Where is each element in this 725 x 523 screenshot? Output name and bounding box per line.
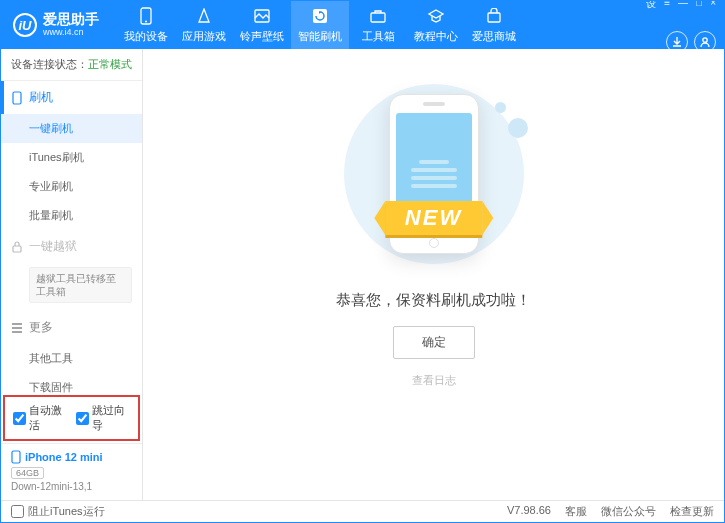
device-detail: Down-12mini-13,1: [11, 481, 132, 492]
main-nav: 我的设备 应用游戏 铃声壁纸 智能刷机 工具箱 教程中心 爱思商城: [117, 1, 646, 49]
new-ribbon: NEW: [385, 201, 482, 235]
ok-button[interactable]: 确定: [393, 326, 475, 359]
footer-bar: 阻止iTunes运行 V7.98.66 客服 微信公众号 检查更新: [1, 500, 724, 522]
toolbox-icon: [369, 7, 387, 25]
title-bar: iU 爱思助手 www.i4.cn 我的设备 应用游戏 铃声壁纸 智能刷机 工具…: [1, 1, 724, 49]
nav-label: 工具箱: [362, 29, 395, 44]
svg-point-6: [703, 38, 707, 42]
sidebar-group-flash[interactable]: 刷机: [1, 81, 142, 114]
menu-icon: [11, 323, 23, 333]
nav-label: 铃声壁纸: [240, 29, 284, 44]
brand-logo: iU 爱思助手 www.i4.cn: [13, 12, 99, 37]
svg-rect-7: [13, 92, 21, 104]
sidebar-group-jailbreak: 一键越狱: [1, 230, 142, 263]
device-status: 设备连接状态：正常模式: [1, 49, 142, 81]
svg-point-1: [145, 20, 147, 22]
brand-url: www.i4.cn: [43, 28, 99, 38]
svg-rect-4: [371, 13, 385, 22]
wechat-link[interactable]: 微信公众号: [601, 504, 656, 519]
device-info[interactable]: iPhone 12 mini 64GB Down-12mini-13,1: [1, 443, 142, 500]
customer-service-link[interactable]: 客服: [565, 504, 587, 519]
sidebar-download-firmware[interactable]: 下载固件: [1, 373, 142, 393]
view-log-link[interactable]: 查看日志: [412, 373, 456, 388]
nav-toolbox[interactable]: 工具箱: [349, 1, 407, 49]
logo-icon: iU: [13, 13, 37, 37]
lock-icon: [11, 241, 23, 253]
sidebar-oneclick-flash[interactable]: 一键刷机: [1, 114, 142, 143]
success-illustration: NEW: [324, 79, 544, 269]
sidebar: 设备连接状态：正常模式 刷机 一键刷机 iTunes刷机 专业刷机 批量刷机 一…: [1, 49, 143, 500]
main-content: NEW 恭喜您，保资料刷机成功啦！ 确定 查看日志: [143, 49, 724, 500]
status-value: 正常模式: [88, 58, 132, 70]
nav-tutorials[interactable]: 教程中心: [407, 1, 465, 49]
sidebar-itunes-flash[interactable]: iTunes刷机: [1, 143, 142, 172]
phone-icon: [11, 91, 23, 105]
graduation-icon: [427, 7, 445, 25]
sidebar-group-more[interactable]: 更多: [1, 311, 142, 344]
close-button[interactable]: ×: [710, 0, 716, 11]
device-storage: 64GB: [11, 467, 44, 479]
settings-button[interactable]: 设: [646, 0, 656, 11]
nav-label: 爱思商城: [472, 29, 516, 44]
sidebar-batch-flash[interactable]: 批量刷机: [1, 201, 142, 230]
sidebar-other-tools[interactable]: 其他工具: [1, 344, 142, 373]
phone-icon: [11, 450, 21, 464]
nav-label: 应用游戏: [182, 29, 226, 44]
svg-rect-9: [12, 451, 20, 463]
success-message: 恭喜您，保资料刷机成功啦！: [336, 291, 531, 310]
nav-store[interactable]: 爱思商城: [465, 1, 523, 49]
refresh-icon: [311, 7, 329, 25]
version-text: V7.98.66: [507, 504, 551, 519]
jailbreak-note: 越狱工具已转移至工具箱: [29, 267, 132, 303]
nav-ringtones[interactable]: 铃声壁纸: [233, 1, 291, 49]
minimize-button[interactable]: —: [678, 0, 688, 11]
nav-label: 智能刷机: [298, 29, 342, 44]
maximize-button[interactable]: □: [696, 0, 702, 11]
check-update-link[interactable]: 检查更新: [670, 504, 714, 519]
brand-name: 爱思助手: [43, 12, 99, 27]
nav-apps[interactable]: 应用游戏: [175, 1, 233, 49]
skip-guide-checkbox[interactable]: 跳过向导: [76, 403, 131, 433]
svg-rect-5: [488, 13, 500, 22]
block-itunes-checkbox[interactable]: 阻止iTunes运行: [11, 504, 105, 519]
wallpaper-icon: [253, 7, 271, 25]
nav-label: 我的设备: [124, 29, 168, 44]
store-icon: [485, 7, 503, 25]
auto-activate-checkbox[interactable]: 自动激活: [13, 403, 68, 433]
device-name-text: iPhone 12 mini: [25, 451, 103, 463]
nav-label: 教程中心: [414, 29, 458, 44]
svg-rect-8: [13, 246, 21, 252]
svg-rect-3: [313, 9, 327, 23]
nav-flash[interactable]: 智能刷机: [291, 1, 349, 49]
menu-button[interactable]: ≡: [664, 0, 670, 11]
nav-my-device[interactable]: 我的设备: [117, 1, 175, 49]
options-highlight-box: 自动激活 跳过向导: [3, 395, 140, 441]
apps-icon: [195, 7, 213, 25]
sidebar-pro-flash[interactable]: 专业刷机: [1, 172, 142, 201]
phone-icon: [137, 7, 155, 25]
